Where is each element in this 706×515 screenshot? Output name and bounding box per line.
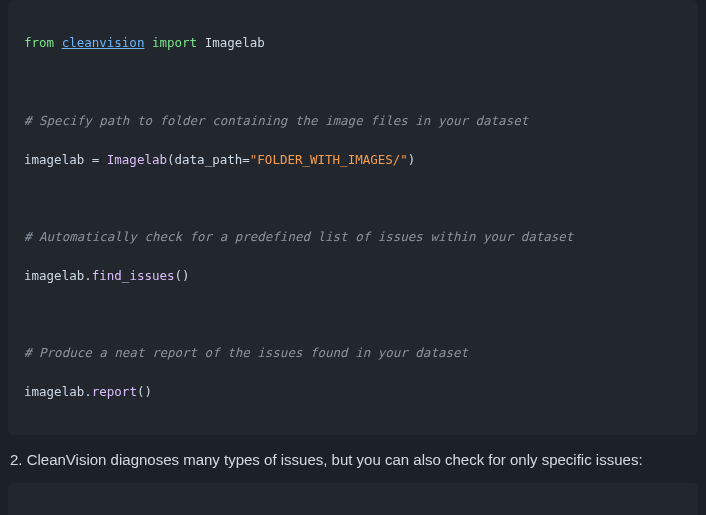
- code-line: imagelab.report(): [24, 382, 682, 401]
- keyword-import: import: [152, 35, 197, 50]
- operator: =: [84, 152, 107, 167]
- comment: # Produce a neat report of the issues fo…: [24, 343, 682, 362]
- kwarg: data_path: [175, 152, 243, 167]
- paren: (): [175, 268, 190, 283]
- module-link[interactable]: cleanvision: [62, 35, 145, 50]
- keyword-from: from: [24, 35, 54, 50]
- paren: ): [408, 152, 416, 167]
- string: "FOLDER_WITH_IMAGES/": [250, 152, 408, 167]
- code-block-2[interactable]: issue_types = {"light": {}, "blurry": {}…: [8, 483, 698, 515]
- identifier: imagelab: [24, 152, 84, 167]
- dot: .: [84, 268, 92, 283]
- class-call: Imagelab: [107, 152, 167, 167]
- blank-line: [24, 188, 682, 207]
- identifier: Imagelab: [205, 35, 265, 50]
- code-block-1[interactable]: from cleanvision import Imagelab # Speci…: [8, 0, 698, 435]
- blank-line: [24, 305, 682, 324]
- blank-line: [24, 72, 682, 91]
- step-2-text: 2. CleanVision diagnoses many types of i…: [10, 449, 696, 471]
- identifier: imagelab: [24, 268, 84, 283]
- method: find_issues: [92, 268, 175, 283]
- operator: =: [242, 152, 250, 167]
- paren: (): [137, 384, 152, 399]
- code-line: imagelab = Imagelab(data_path="FOLDER_WI…: [24, 150, 682, 169]
- code-line: from cleanvision import Imagelab: [24, 33, 682, 52]
- identifier: imagelab: [24, 384, 84, 399]
- comment: # Specify path to folder containing the …: [24, 111, 682, 130]
- method: report: [92, 384, 137, 399]
- comment: # Automatically check for a predefined l…: [24, 227, 682, 246]
- dot: .: [84, 384, 92, 399]
- code-line: imagelab.find_issues(): [24, 266, 682, 285]
- paren: (: [167, 152, 175, 167]
